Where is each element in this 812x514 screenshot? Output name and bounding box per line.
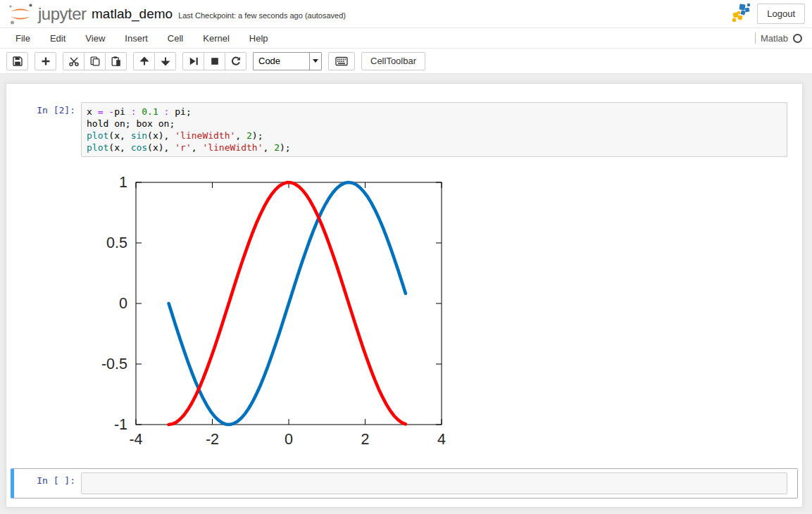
cell-input-row: In [2]: x = -pi : 0.1 : pi;hold on; box …	[18, 102, 794, 157]
notebook-title[interactable]: matlab_demo	[92, 6, 173, 22]
menu-kernel[interactable]: Kernel	[193, 29, 239, 48]
menu-help[interactable]: Help	[239, 29, 278, 48]
header-right: Logout	[730, 3, 805, 24]
svg-text:4: 4	[437, 431, 446, 448]
output-prompt	[18, 167, 81, 453]
toolbar: Code CellToolba	[0, 49, 812, 74]
restart-kernel-button[interactable]	[225, 52, 246, 70]
chevron-down-icon	[309, 53, 321, 70]
kernel-idle-icon	[793, 34, 802, 43]
scissors-icon	[68, 56, 80, 67]
stop-icon	[209, 56, 220, 67]
header: jupyter matlab_demo Last Checkpoint: a f…	[0, 0, 812, 28]
svg-text:-4: -4	[129, 431, 142, 448]
menu-file[interactable]: File	[6, 29, 40, 48]
kernel-name-label: Matlab	[761, 33, 788, 44]
copy-cell-button[interactable]	[84, 52, 106, 70]
logo-text: jupyter	[38, 4, 87, 24]
title-block: matlab_demo Last Checkpoint: a few secon…	[92, 6, 346, 22]
menu-cell[interactable]: Cell	[158, 29, 193, 48]
run-icon	[188, 56, 199, 67]
jupyter-notebook-app: jupyter matlab_demo Last Checkpoint: a f…	[0, 0, 812, 514]
plus-icon	[40, 56, 51, 67]
menu-edit[interactable]: Edit	[40, 29, 75, 48]
run-cell-button[interactable]	[182, 52, 204, 70]
cell-output-row: -4-202410.50-0.5-1	[18, 167, 794, 453]
arrow-down-icon	[160, 56, 171, 67]
notebook-container: In [2]: x = -pi : 0.1 : pi;hold on; box …	[6, 83, 803, 508]
cell-type-value: Code	[254, 56, 309, 66]
cut-cell-button[interactable]	[63, 52, 85, 70]
menubar: File Edit View Insert Cell Kernel Help M…	[0, 28, 812, 49]
code-editor[interactable]: x = -pi : 0.1 : pi;hold on; box on;plot(…	[81, 102, 787, 157]
add-cell-button[interactable]	[35, 52, 56, 70]
menu-view[interactable]: View	[75, 29, 115, 48]
svg-text:-1: -1	[114, 416, 127, 433]
celltoolbar-label: CellToolbar	[370, 56, 416, 66]
input-prompt: In [ ]:	[18, 472, 81, 494]
floppy-icon	[12, 56, 23, 67]
menu-insert[interactable]: Insert	[115, 29, 158, 48]
input-prompt: In [2]:	[18, 102, 81, 157]
cell-type-dropdown[interactable]: Code	[253, 52, 322, 70]
logout-button[interactable]: Logout	[757, 4, 805, 24]
move-cell-up-button[interactable]	[133, 52, 155, 70]
svg-text:0: 0	[285, 431, 293, 448]
svg-text:0: 0	[119, 295, 127, 312]
copy-icon	[89, 56, 101, 67]
empty-cell[interactable]: In [ ]:	[11, 468, 798, 499]
puzzle-extension-icon[interactable]	[730, 3, 751, 24]
notebook-site: In [2]: x = -pi : 0.1 : pi;hold on; box …	[0, 74, 812, 514]
restart-icon	[230, 56, 242, 67]
arrow-up-icon	[139, 56, 150, 67]
svg-text:2: 2	[361, 431, 370, 448]
jupyter-logo[interactable]: jupyter	[7, 3, 87, 25]
paste-cell-button[interactable]	[105, 52, 127, 70]
celltoolbar-button[interactable]: CellToolbar	[361, 52, 425, 70]
paste-icon	[111, 56, 122, 67]
move-cell-down-button[interactable]	[154, 52, 176, 70]
svg-text:-2: -2	[206, 431, 219, 448]
cell-input-row: In [ ]:	[18, 472, 794, 494]
code-content: x = -pi : 0.1 : pi;hold on; box on;plot(…	[82, 103, 787, 156]
svg-text:0.5: 0.5	[106, 234, 127, 251]
separator	[755, 32, 756, 44]
interrupt-kernel-button[interactable]	[204, 52, 225, 70]
code-cell[interactable]: In [2]: x = -pi : 0.1 : pi;hold on; box …	[11, 98, 798, 457]
kernel-indicator: Matlab	[755, 28, 802, 48]
svg-text:-0.5: -0.5	[101, 356, 127, 372]
command-palette-button[interactable]	[328, 52, 355, 70]
output-area: -4-202410.50-0.5-1	[81, 167, 794, 453]
matlab-figure-plot: -4-202410.50-0.5-1	[81, 167, 447, 450]
checkpoint-status: Last Checkpoint: a few seconds ago (auto…	[178, 11, 346, 20]
save-button[interactable]	[6, 52, 28, 70]
code-editor-empty[interactable]	[81, 472, 787, 494]
svg-text:1: 1	[119, 174, 127, 191]
keyboard-icon	[335, 56, 348, 66]
jupyter-logo-icon	[7, 3, 35, 25]
